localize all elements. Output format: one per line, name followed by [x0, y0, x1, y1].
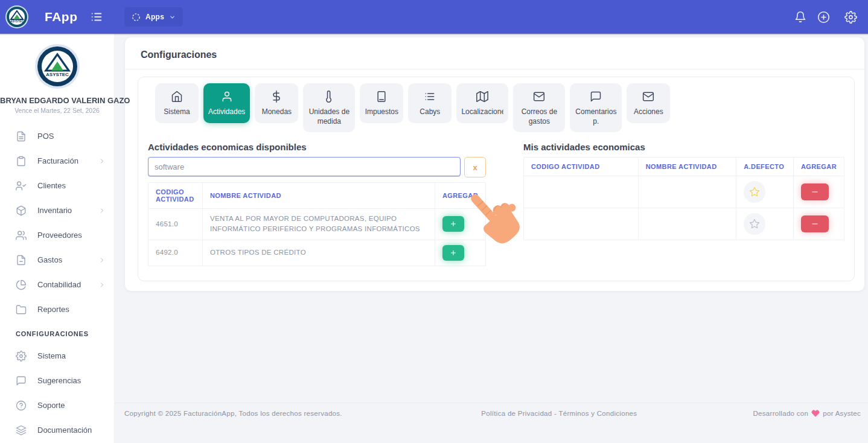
- file-text-icon: [16, 131, 27, 142]
- dollar-icon: [270, 91, 282, 103]
- default-activity-star-button[interactable]: [744, 181, 765, 203]
- chevron-right-icon: [98, 207, 106, 214]
- add-activity-button[interactable]: [442, 216, 464, 232]
- tab-comentarios-p[interactable]: Comentarios p.: [570, 83, 622, 132]
- activity-search-row: x: [148, 157, 486, 177]
- default-activity-star-button[interactable]: [744, 213, 765, 235]
- tab-label: Monedas: [262, 107, 292, 117]
- column-header[interactable]: CODIGO ACTIVIDAD: [524, 158, 639, 176]
- tab-impuestos[interactable]: Impuestos: [360, 83, 403, 123]
- sidebar-item-proveedores[interactable]: Proveedores: [0, 223, 114, 247]
- user-profile: ASYSTEC BRYAN EDGARDO VALERIN GAZO Vence…: [0, 34, 114, 114]
- available-activities-title: Actividades economicas disponibles: [148, 142, 486, 152]
- sidebar-item-label: Facturación: [37, 156, 78, 165]
- box-icon: [16, 205, 27, 216]
- table-row: [524, 208, 844, 240]
- remove-activity-button[interactable]: [801, 215, 829, 232]
- settings-tabs: SistemaActividadesMonedasUnidades de med…: [148, 83, 844, 132]
- activity-name: [638, 176, 736, 208]
- tab-label: Unidades de medida: [308, 107, 350, 126]
- company-logo[interactable]: ASYSTEC: [34, 43, 80, 89]
- tab-label: Cabys: [420, 107, 440, 117]
- sidebar-item-gastos[interactable]: Gastos: [0, 247, 114, 272]
- tab-label: Correos de gastos: [518, 107, 560, 126]
- tab-label: Comentarios p.: [575, 107, 617, 126]
- app-logo[interactable]: ASYSTEC: [5, 5, 29, 29]
- copyright-text: Copyright © 2025 FacturaciónApp, Todos l…: [124, 410, 342, 417]
- apps-dropdown-button[interactable]: Apps: [124, 7, 183, 27]
- notifications-bell-icon[interactable]: [794, 11, 806, 23]
- page-title: Configuraciones: [125, 37, 864, 69]
- remove-activity-button[interactable]: [801, 183, 829, 200]
- add-activity-button[interactable]: [442, 245, 464, 261]
- column-header[interactable]: CODIGO ACTIVIDAD: [148, 183, 203, 209]
- sidebar-item-reportes[interactable]: Reportes: [0, 297, 114, 322]
- star-icon: [749, 186, 760, 197]
- available-activities-table: CODIGO ACTIVIDADNOMBRE ACTIVIDADAGREGAR4…: [148, 182, 486, 266]
- tab-cabys[interactable]: Cabys: [408, 83, 452, 123]
- svg-text:ASYSTEC: ASYSTEC: [10, 20, 24, 23]
- quick-add-plus-circle-icon[interactable]: [817, 11, 830, 24]
- sidebar-item-label: Clientes: [37, 181, 66, 190]
- brand-name[interactable]: FApp: [45, 10, 78, 24]
- sidebar-config-nav: SistemaSugerenciasSoporteDocumentación: [0, 343, 114, 442]
- user-check-icon: [16, 180, 27, 191]
- tab-localizaciones[interactable]: Localizaciones: [456, 83, 508, 123]
- activity-search-input[interactable]: [148, 157, 461, 176]
- license-expiry: Vence el Martes, 22 Set, 2026: [0, 107, 114, 114]
- sidebar-item-contabilidad[interactable]: Contabilidad: [0, 272, 114, 297]
- minus-icon: [811, 188, 819, 196]
- column-header[interactable]: AGREGAR: [435, 183, 485, 209]
- tab-unidades-de-medida[interactable]: Unidades de medida: [303, 83, 355, 132]
- activity-name: OTROS TIPOS DE CRÉDITO: [203, 240, 435, 266]
- legal-links[interactable]: Política de Privacidad - Términos y Cond…: [481, 410, 637, 417]
- plus-icon: [449, 249, 458, 257]
- map-icon: [476, 91, 488, 103]
- sidebar-item-pos[interactable]: POS: [0, 124, 114, 148]
- message-icon: [16, 375, 27, 386]
- sidebar-item-label: Documentación: [37, 425, 92, 435]
- top-navbar: ASYSTEC FApp Apps: [0, 0, 868, 34]
- column-header[interactable]: AGREGAR: [793, 158, 844, 176]
- my-activities-title: Mis actividades economicas: [523, 142, 844, 152]
- settings-panel: SistemaActividadesMonedasUnidades de med…: [138, 77, 855, 281]
- tab-monedas[interactable]: Monedas: [255, 83, 298, 123]
- activities-columns: Actividades economicas disponibles x COD…: [148, 142, 844, 266]
- heart-icon: [811, 409, 820, 418]
- chevron-right-icon: [98, 257, 106, 264]
- folder-icon: [16, 304, 27, 315]
- sidebar-item-inventario[interactable]: Inventario: [0, 198, 114, 223]
- table-row: 4651.0VENTA AL POR MAYOR DE COMPUTADORAS…: [148, 209, 486, 240]
- sidebar-item-facturacion[interactable]: Facturación: [0, 148, 114, 173]
- sidebar-item-label: Contabilidad: [37, 280, 81, 289]
- activity-code: 4651.0: [148, 209, 203, 240]
- sidebar-item-sugerencias[interactable]: Sugerencias: [0, 368, 114, 393]
- column-header[interactable]: NOMBRE ACTIVIDAD: [638, 158, 736, 176]
- tab-label: Impuestos: [365, 107, 398, 117]
- pie-chart-icon: [16, 279, 27, 290]
- footer: Copyright © 2025 FacturaciónApp, Todos l…: [115, 403, 868, 423]
- sidebar-item-label: Sugerencias: [37, 376, 81, 385]
- tab-label: Acciones: [634, 107, 663, 117]
- sidebar-toggle-icon[interactable]: [90, 10, 103, 24]
- column-header[interactable]: NOMBRE ACTIVIDAD: [203, 183, 435, 209]
- settings-gear-icon[interactable]: [844, 11, 857, 24]
- tab-acciones[interactable]: Acciones: [627, 83, 670, 123]
- sidebar-item-sistema[interactable]: Sistema: [0, 343, 114, 368]
- sidebar-section-header: CONFIGURACIONES: [0, 330, 114, 337]
- my-activities-section: Mis actividades economicas CODIGO ACTIVI…: [523, 142, 844, 266]
- sidebar-item-soporte[interactable]: Soporte: [0, 393, 114, 418]
- sidebar-item-documentacion[interactable]: Documentación: [0, 418, 114, 442]
- users-icon: [16, 230, 27, 241]
- tab-sistema[interactable]: Sistema: [155, 83, 199, 123]
- user-name: BRYAN EDGARDO VALERIN GAZO: [0, 96, 114, 105]
- sidebar-item-clientes[interactable]: Clientes: [0, 173, 114, 198]
- thermometer-icon: [323, 91, 335, 103]
- chevron-down-icon: [169, 14, 176, 21]
- tab-correos-de-gastos[interactable]: Correos de gastos: [513, 83, 565, 132]
- tab-actividades[interactable]: Actividades: [203, 83, 250, 123]
- clear-search-button[interactable]: x: [464, 157, 486, 177]
- column-header[interactable]: A.DEFECTO: [736, 158, 794, 176]
- mail-icon: [533, 91, 545, 103]
- credit-prefix: Desarrollado con: [753, 410, 809, 417]
